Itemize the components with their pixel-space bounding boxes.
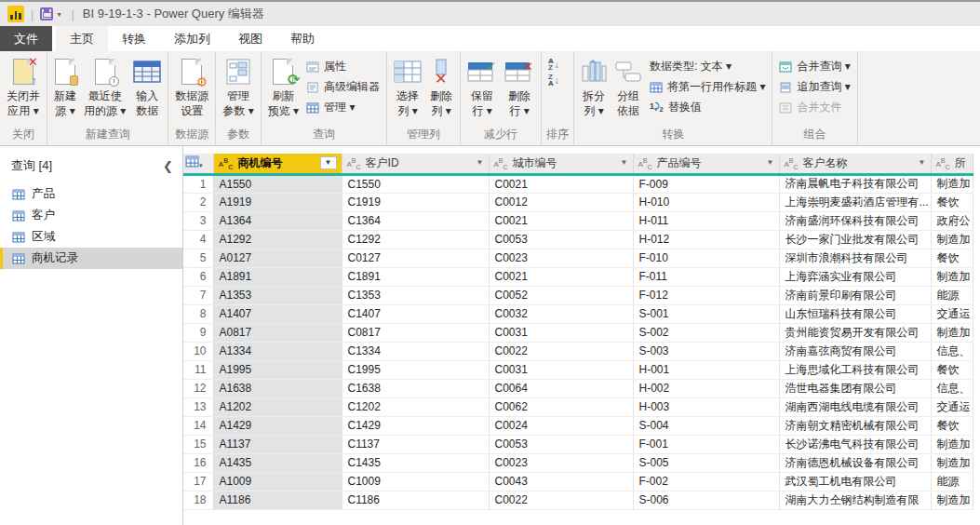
table-cell[interactable]: A1202: [213, 397, 342, 416]
recent-sources-button[interactable]: 最近使 用的源 ▾: [80, 52, 129, 118]
table-cell[interactable]: A1009: [213, 472, 342, 491]
tab-home[interactable]: 主页: [56, 26, 108, 51]
query-item[interactable]: 商机记录: [0, 248, 182, 269]
table-cell[interactable]: 制造加: [931, 453, 973, 472]
table-cell[interactable]: C1334: [342, 342, 489, 360]
use-first-row-as-headers-button[interactable]: 将第一行用作标题 ▾: [650, 79, 765, 95]
table-cell[interactable]: 制造加: [931, 491, 973, 509]
table-cell[interactable]: C0021: [489, 267, 633, 286]
table-cell[interactable]: C0052: [489, 286, 633, 304]
table-cell[interactable]: S-004: [633, 416, 779, 435]
table-cell[interactable]: C1353: [342, 286, 489, 304]
table-cell[interactable]: A1292: [213, 230, 342, 249]
table-cell[interactable]: 济南晨帆电子科技有限公司: [779, 174, 931, 193]
table-cell[interactable]: F-012: [633, 286, 779, 304]
table-cell[interactable]: 制造加: [931, 267, 973, 286]
table-cell[interactable]: A1919: [213, 193, 342, 211]
table-cell[interactable]: 上海弈涵实业有限公司: [779, 267, 931, 286]
table-cell[interactable]: C0012: [489, 193, 633, 211]
replace-values-button[interactable]: 1⤸2 替换值: [650, 100, 765, 115]
table-cell[interactable]: C0053: [489, 230, 633, 249]
merge-queries-button[interactable]: 合并查询 ▾: [779, 59, 850, 74]
table-cell[interactable]: H-011: [633, 211, 779, 230]
close-and-apply-button[interactable]: ✕↑ 关闭并 应用 ▾: [3, 52, 44, 118]
table-cell[interactable]: C0032: [489, 304, 633, 323]
row-number[interactable]: 3: [183, 211, 213, 230]
collapse-pane-icon[interactable]: ❮: [163, 159, 173, 173]
table-cell[interactable]: C0021: [489, 174, 633, 193]
row-number[interactable]: 9: [183, 323, 213, 342]
table-cell[interactable]: 制造加: [931, 174, 973, 193]
filter-dropdown-icon[interactable]: ▼: [919, 158, 926, 167]
query-item[interactable]: 区域: [0, 226, 182, 248]
table-cell[interactable]: A1429: [213, 416, 342, 435]
table-cell[interactable]: 餐饮: [931, 416, 973, 435]
table-cell[interactable]: S-001: [633, 304, 779, 323]
table-cell[interactable]: C1407: [342, 304, 489, 323]
table-cell[interactable]: A1435: [213, 453, 342, 472]
table-cell[interactable]: F-001: [633, 435, 779, 453]
table-cell[interactable]: C1186: [342, 491, 489, 509]
table-cell[interactable]: 济南德恩机械设备有限公司: [779, 453, 931, 472]
keep-rows-button[interactable]: ✓ 保留 行 ▾: [463, 52, 501, 118]
new-source-button[interactable]: 新建 源 ▾: [50, 52, 80, 118]
filter-dropdown-icon[interactable]: ▼: [621, 158, 628, 167]
row-number[interactable]: 8: [183, 304, 213, 323]
data-source-settings-button[interactable]: ⚙ 数据源 设置: [171, 52, 212, 118]
table-cell[interactable]: C0053: [489, 435, 633, 453]
table-cell[interactable]: S-006: [633, 491, 779, 509]
table-cell[interactable]: C1638: [342, 379, 489, 397]
table-cell[interactable]: C1292: [342, 230, 489, 249]
table-cell[interactable]: A0127: [213, 249, 342, 267]
table-cell[interactable]: 制造加: [931, 230, 973, 249]
tab-view[interactable]: 视图: [224, 26, 276, 51]
table-cell[interactable]: 长沙一家门业批发有限公司: [779, 230, 931, 249]
table-cell[interactable]: A1550: [213, 174, 342, 193]
column-header[interactable]: ABC客户ID▼: [342, 154, 489, 174]
table-cell[interactable]: 山东恒瑞科技有限公司: [779, 304, 931, 323]
table-cell[interactable]: H-010: [633, 193, 779, 211]
table-cell[interactable]: 贵州能资贸易开发有限公司: [779, 323, 931, 342]
table-cell[interactable]: C0022: [489, 491, 633, 509]
table-cell[interactable]: C0024: [489, 416, 633, 435]
table-cell[interactable]: C0817: [342, 323, 489, 342]
table-cell[interactable]: 餐饮: [931, 249, 973, 267]
table-cell[interactable]: F-010: [633, 249, 779, 267]
row-number[interactable]: 15: [183, 435, 213, 453]
table-cell[interactable]: A1891: [213, 267, 342, 286]
row-number[interactable]: 6: [183, 267, 213, 286]
table-cell[interactable]: C0062: [489, 397, 633, 416]
save-icon[interactable]: [40, 7, 53, 20]
table-cell[interactable]: C0064: [489, 379, 633, 397]
table-cell[interactable]: C1202: [342, 397, 489, 416]
tab-add-column[interactable]: 添加列: [160, 26, 224, 51]
table-cell[interactable]: 济南盛润环保科技有限公司: [779, 211, 931, 230]
row-number[interactable]: 7: [183, 286, 213, 304]
table-cell[interactable]: 济南嘉弦商贸有限公司: [779, 342, 931, 360]
row-number[interactable]: 1: [183, 174, 213, 193]
table-cell[interactable]: C0031: [489, 360, 633, 379]
query-item[interactable]: 产品: [0, 183, 182, 205]
table-cell[interactable]: 交通运: [931, 304, 973, 323]
table-cell[interactable]: 浩世电器集团有限公司: [779, 379, 931, 397]
row-number[interactable]: 14: [183, 416, 213, 435]
table-cell[interactable]: C1429: [342, 416, 489, 435]
table-cell[interactable]: F-009: [633, 174, 779, 193]
table-cell[interactable]: C1137: [342, 435, 489, 453]
table-cell[interactable]: 济南朝文精密机械有限公司: [779, 416, 931, 435]
table-cell[interactable]: C0127: [342, 249, 489, 267]
table-cell[interactable]: A1353: [213, 286, 342, 304]
table-cell[interactable]: H-012: [633, 230, 779, 249]
table-cell[interactable]: 深圳市浪潮科技有限公司: [779, 249, 931, 267]
table-cell[interactable]: 能源: [931, 472, 973, 491]
table-cell[interactable]: S-002: [633, 323, 779, 342]
row-number[interactable]: 2: [183, 193, 213, 211]
table-cell[interactable]: C1995: [342, 360, 489, 379]
tab-file[interactable]: 文件: [0, 26, 52, 51]
table-cell[interactable]: A1364: [213, 211, 342, 230]
remove-rows-button[interactable]: ✕ 删除 行 ▾: [501, 52, 538, 118]
table-cell[interactable]: 长沙诺沸电气科技有限公司: [779, 435, 931, 453]
tab-help[interactable]: 帮助: [276, 26, 329, 51]
query-item[interactable]: 客户: [0, 205, 182, 226]
table-cell[interactable]: C0031: [489, 323, 633, 342]
